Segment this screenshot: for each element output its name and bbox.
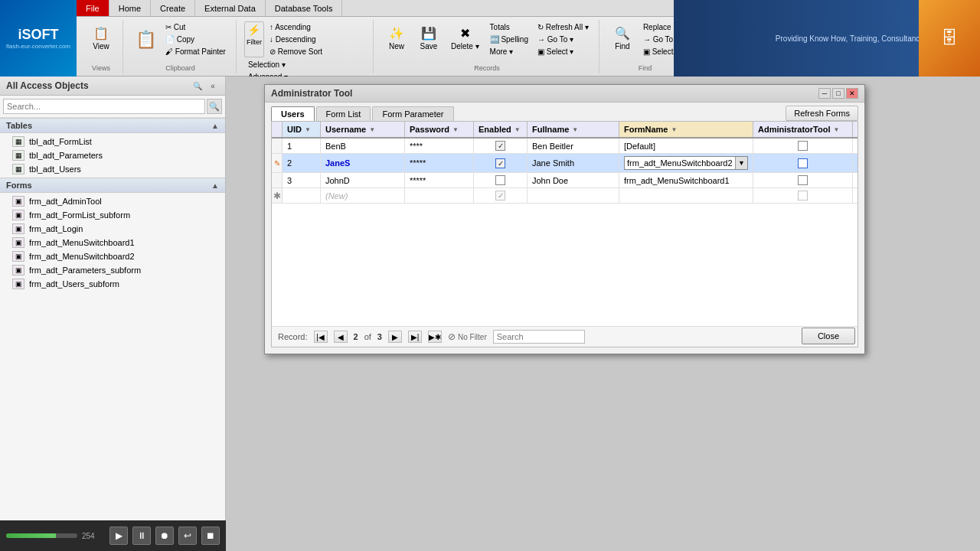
total-records: 3 (377, 332, 382, 341)
formname-dropdown-arrow[interactable]: ▼ (735, 157, 747, 169)
find-button[interactable]: 🔍 Find (607, 21, 638, 53)
search-submit-button[interactable]: 🔍 (207, 99, 222, 114)
nav-search-input[interactable] (493, 330, 585, 344)
enabled-checkbox[interactable] (495, 175, 505, 185)
remove-sort-button[interactable]: ⊘ Remove Sort (266, 46, 326, 57)
cell-enabled[interactable] (474, 154, 528, 172)
close-button[interactable]: Close (802, 328, 855, 344)
admintool-checkbox[interactable] (798, 158, 808, 168)
cell-admintool[interactable] (753, 154, 853, 172)
cell-admintool[interactable] (753, 139, 853, 153)
search-panel-icon[interactable]: 🔍 (191, 80, 204, 92)
table-row[interactable]: 3 JohnD ***** John Doe frm_adt_MenuSwitc… (272, 173, 858, 188)
nav-next-button[interactable]: ▶ (388, 331, 402, 343)
more-button[interactable]: More ▾ (486, 46, 532, 57)
dialog-tab-form-list[interactable]: Form List (316, 106, 371, 121)
cut-button[interactable]: ✂ Cut (162, 21, 230, 33)
cell-fullname: John Doe (528, 173, 619, 187)
selection-button[interactable]: Selection ▾ (244, 59, 293, 70)
formname-dropdown[interactable]: frm_adt_MenuSwitchboard2 ▼ (624, 156, 748, 170)
cell-admintool[interactable] (753, 188, 853, 203)
nav-item-frm-formlist-subform[interactable]: ▣ frm_adt_FormList_subform (0, 208, 225, 222)
collapse-panel-icon[interactable]: « (207, 80, 219, 92)
dialog-close-button[interactable]: ✕ (846, 88, 858, 99)
taskbar-play-button[interactable]: ▶ (109, 527, 128, 545)
cell-formname[interactable] (619, 188, 753, 203)
cell-enabled[interactable] (474, 188, 528, 203)
col-header-uid[interactable]: UID ▼ (283, 122, 321, 137)
ribbon-tab-database-tools[interactable]: Database Tools (266, 0, 343, 16)
col-header-username[interactable]: Username ▼ (321, 122, 405, 137)
dialog-minimize-button[interactable]: ─ (818, 88, 831, 99)
nav-new-button[interactable]: ▶✱ (428, 331, 442, 343)
delete-record-button[interactable]: ✖ Delete ▾ (446, 21, 485, 57)
select-button[interactable]: ▣ Select ▾ (534, 46, 593, 57)
cell-username[interactable]: JaneS (321, 154, 405, 172)
dialog-tab-users[interactable]: Users (271, 106, 315, 121)
admintool-checkbox[interactable] (798, 175, 808, 185)
refresh-all-button[interactable]: ↻ Refresh All ▾ (534, 21, 593, 33)
spelling-button[interactable]: 🔤 Spelling (486, 34, 532, 45)
enabled-checkbox[interactable] (495, 158, 505, 168)
col-header-admintool[interactable]: AdministratorTool ▼ (753, 122, 853, 137)
format-painter-button[interactable]: 🖌 Format Painter (162, 46, 230, 57)
cell-enabled[interactable] (474, 139, 528, 153)
nav-item-frm-users-subform[interactable]: ▣ frm_adt_Users_subform (0, 277, 225, 291)
enabled-checkbox[interactable] (495, 141, 505, 151)
taskbar-pause-button[interactable]: ⏸ (132, 527, 151, 545)
col-header-enabled[interactable]: Enabled ▼ (474, 122, 528, 137)
totals-button[interactable]: Totals (486, 21, 532, 33)
nav-item-tbl-formlist[interactable]: ▦ tbl_adt_FormList (0, 135, 225, 148)
col-header-formname[interactable]: FormName ▼ (619, 122, 753, 137)
enabled-checkbox[interactable] (495, 191, 505, 201)
cell-admintool[interactable] (753, 173, 853, 187)
cell-username[interactable]: JohnD (321, 173, 405, 187)
view-button[interactable]: 📋 View (86, 21, 116, 53)
ribbon-tab-external-data[interactable]: External Data (195, 0, 266, 16)
cell-username[interactable]: BenB (321, 139, 405, 153)
ribbon-tab-create[interactable]: Create (151, 0, 195, 16)
ribbon-tab-file[interactable]: File (77, 0, 109, 16)
nav-first-button[interactable]: |◀ (314, 331, 328, 343)
search-input[interactable] (3, 99, 205, 114)
nav-item-tbl-users[interactable]: ▦ tbl_adt_Users (0, 162, 225, 176)
admintool-checkbox[interactable] (798, 141, 808, 151)
record-of-label: of (364, 332, 371, 341)
filter-icon: ⊘ (448, 331, 456, 342)
nav-item-tbl-parameters[interactable]: ▦ tbl_adt_Parameters (0, 148, 225, 162)
nav-item-frm-menuswitchboard1[interactable]: ▣ frm_adt_MenuSwitchboard1 (0, 236, 225, 249)
goto-button[interactable]: → Go To ▾ (534, 34, 593, 45)
col-header-password[interactable]: Password ▼ (405, 122, 474, 137)
taskbar-back-button[interactable]: ↩ (178, 527, 197, 545)
table-row[interactable]: 1 BenB **** Ben Beitler [Default] (272, 139, 858, 154)
nav-item-frm-parameters-subform[interactable]: ▣ frm_adt_Parameters_subform (0, 263, 225, 277)
cell-formname-editing[interactable]: frm_adt_MenuSwitchboard2 ▼ (619, 154, 753, 172)
paste-button[interactable]: 📋 (131, 21, 160, 57)
dialog-tab-form-parameter[interactable]: Form Parameter (372, 106, 453, 121)
nav-item-frm-admintool[interactable]: ▣ frm_adt_AdminTool (0, 194, 225, 208)
dialog-maximize-button[interactable]: □ (832, 88, 844, 99)
descending-button[interactable]: ↓ Descending (266, 34, 326, 45)
new-record-button[interactable]: ✨ New (381, 21, 412, 57)
save-record-button[interactable]: 💾 Save (413, 21, 444, 57)
copy-button[interactable]: 📄 Copy (162, 34, 230, 45)
cell-formname[interactable]: frm_adt_MenuSwitchboard1 (619, 173, 753, 187)
nav-prev-button[interactable]: ◀ (334, 331, 348, 343)
col-header-fullname[interactable]: Fullname ▼ (528, 122, 619, 137)
ribbon-tab-home[interactable]: Home (109, 0, 151, 16)
forms-section-header[interactable]: Forms ▲ (0, 178, 225, 193)
refresh-forms-button[interactable]: Refresh Forms (786, 106, 858, 121)
taskbar-stop-button[interactable]: ⏹ (201, 527, 220, 545)
nav-item-frm-login[interactable]: ▣ frm_adt_Login (0, 222, 225, 236)
nav-item-frm-menuswitchboard2[interactable]: ▣ frm_adt_MenuSwitchboard2 (0, 249, 225, 263)
filter-button[interactable]: ⚡Filter (244, 21, 264, 57)
cell-formname[interactable]: [Default] (619, 139, 753, 153)
nav-last-button[interactable]: ▶| (408, 331, 422, 343)
cell-enabled[interactable] (474, 173, 528, 187)
ascending-button[interactable]: ↑ Ascending (266, 21, 326, 33)
taskbar-record-button[interactable]: ⏺ (155, 527, 174, 545)
table-row-new[interactable]: ✱ (New) (272, 188, 858, 204)
admintool-checkbox[interactable] (798, 191, 808, 201)
table-row[interactable]: ✎ 2 JaneS ***** Jane Smith frm_adt_MenuS… (272, 154, 858, 173)
tables-section-header[interactable]: Tables ▲ (0, 118, 225, 133)
